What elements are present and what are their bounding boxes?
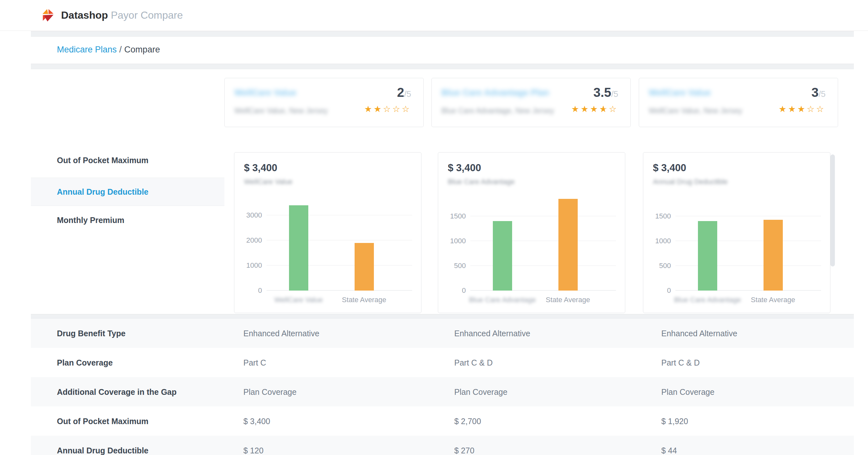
tab-label: Out of Pocket Maximum — [57, 156, 149, 165]
bar-plan — [698, 221, 717, 290]
star-icon: ★ — [779, 104, 788, 114]
row-value: Plan Coverage — [454, 387, 507, 396]
breadcrumb-divider: / — [117, 45, 124, 54]
bar-plan — [493, 221, 512, 290]
separator-band — [31, 314, 854, 318]
gridline — [676, 241, 821, 241]
x-axis-label: State Average — [342, 296, 386, 304]
gridline — [267, 240, 412, 240]
star-rating: ★★☆☆☆ — [364, 104, 411, 114]
row-value: Enhanced Alternative — [661, 329, 737, 338]
tab-label: Annual Drug Deductible — [57, 187, 149, 197]
gridline — [470, 216, 616, 216]
row-value: $ 120 — [243, 446, 264, 455]
bar-plan — [289, 205, 308, 290]
star-icon: ☆ — [383, 104, 392, 114]
separator-band — [31, 31, 854, 37]
table-row: Plan CoveragePart CPart C & DPart C & D — [31, 348, 854, 377]
bar-chart: 050010001500Blue Care AdvantageState Ave… — [676, 193, 821, 290]
plan-rating: 2/5 — [397, 85, 411, 100]
row-value: Plan Coverage — [661, 387, 714, 396]
x-axis-label: WellCare Value — [274, 296, 323, 304]
gridline — [676, 265, 821, 266]
bar-chart: 0100020003000WellCare ValueState Average — [267, 193, 412, 290]
y-axis-tick: 1500 — [645, 212, 671, 221]
star-icon: ★ — [581, 104, 590, 114]
table-row: Additional Coverage in the GapPlan Cover… — [31, 377, 854, 406]
row-label: Drug Benefit Type — [57, 329, 125, 338]
star-icon: ★ — [590, 104, 599, 114]
plan-rating: 3/5 — [811, 85, 826, 100]
gridline — [470, 241, 616, 241]
chart-value: $ 3,400 — [244, 162, 277, 174]
y-axis-tick: 2000 — [236, 236, 262, 245]
y-axis-tick: 0 — [439, 286, 466, 295]
row-value: Part C — [243, 358, 266, 367]
app-header: Datashop Payor Compare — [0, 0, 868, 31]
star-icon: ☆ — [807, 104, 816, 114]
star-icon: ★ — [797, 104, 807, 114]
star-icon: ☆ — [402, 104, 411, 114]
star-icon: ★ — [788, 104, 797, 114]
chart-card: $ 3,400 WellCare Value 0100020003000Well… — [234, 152, 422, 313]
star-icon: ★ — [571, 104, 581, 114]
star-icon: ☆ — [816, 104, 826, 114]
y-axis-tick: 1500 — [439, 212, 466, 221]
row-label: Additional Coverage in the Gap — [57, 387, 177, 396]
tab-monthly-premium[interactable]: Monthly Premium — [31, 206, 224, 234]
row-value: $ 3,400 — [243, 417, 270, 426]
product-name: Payor Compare — [111, 9, 183, 21]
y-axis-tick: 1000 — [439, 237, 466, 245]
tab-label: Monthly Premium — [57, 216, 124, 225]
rating-max: /5 — [818, 89, 826, 99]
x-axis-label: Blue Care Advantage — [469, 296, 536, 304]
bar-state-average — [354, 243, 374, 290]
payor-compare-page: Datashop Payor Compare Medicare Plans/Co… — [0, 0, 868, 455]
gridline — [267, 215, 412, 215]
chart-subtitle: Annual Drug Deductible — [653, 178, 727, 186]
datashop-logo-icon — [42, 8, 56, 23]
bar-chart: 050010001500Blue Care AdvantageState Ave… — [470, 193, 616, 290]
y-axis-tick: 0 — [645, 286, 671, 295]
breadcrumb: Medicare Plans/Compare — [57, 45, 160, 55]
row-value: Enhanced Alternative — [454, 329, 530, 338]
row-value: $ 1,920 — [661, 417, 688, 426]
y-axis-tick: 0 — [236, 286, 262, 295]
row-value: Plan Coverage — [243, 387, 297, 396]
chart-card: $ 3,400 Blue Care Advantage 050010001500… — [438, 152, 625, 313]
rating-value: 3.5 — [593, 85, 612, 99]
charts-scrollbar[interactable] — [830, 154, 835, 266]
plan-card: WellCare Value WellCare Value, New Jerse… — [224, 78, 424, 127]
star-icon: ☆ — [393, 104, 402, 114]
row-value: $ 2,700 — [454, 417, 481, 426]
plan-name[interactable]: Blue Care Advantage Plan — [441, 88, 549, 98]
row-value: Part C & D — [454, 358, 493, 367]
row-label: Out of Pocket Maximum — [57, 417, 149, 426]
rating-max: /5 — [404, 89, 411, 99]
table-row: Drug Benefit TypeEnhanced AlternativeEnh… — [31, 318, 854, 348]
plan-card: WellCare Value WellCare Value, New Jerse… — [639, 78, 838, 127]
tab-out-of-pocket-maximum[interactable]: Out of Pocket Maximum — [31, 146, 224, 174]
chart-value: $ 3,400 — [448, 162, 481, 174]
chart-card: $ 3,400 Annual Drug Deductible 050010001… — [643, 152, 830, 313]
table-row: Annual Drug Deductible$ 120$ 270$ 44 — [31, 436, 854, 455]
row-label: Plan Coverage — [57, 358, 113, 367]
row-value: $ 270 — [454, 446, 474, 455]
row-value: Enhanced Alternative — [243, 329, 319, 338]
rating-value: 2 — [397, 85, 404, 99]
breadcrumb-current: Compare — [124, 45, 160, 54]
x-axis-label: State Average — [546, 296, 590, 304]
star-rating: ★★★☆☆ — [779, 104, 826, 114]
star-icon: ★☆ — [599, 104, 609, 114]
row-label: Annual Drug Deductible — [57, 446, 149, 455]
plan-card: Blue Care Advantage Plan Blue Care Advan… — [431, 78, 631, 127]
breadcrumb-link-medicare-plans[interactable]: Medicare Plans — [57, 45, 117, 54]
y-axis-tick: 3000 — [236, 211, 262, 220]
star-rating: ★★★★☆☆ — [571, 104, 618, 114]
plan-rating: 3.5/5 — [593, 85, 618, 100]
tab-annual-drug-deductible[interactable]: Annual Drug Deductible — [31, 178, 224, 206]
y-axis-tick: 500 — [439, 262, 466, 270]
plan-name[interactable]: WellCare Value — [649, 88, 711, 98]
plan-name[interactable]: WellCare Value — [235, 88, 297, 98]
chart-subtitle: WellCare Value — [244, 178, 292, 186]
